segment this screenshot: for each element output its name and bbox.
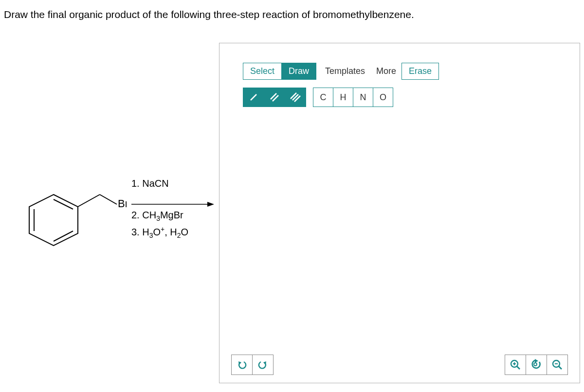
reagent-1: 1. NaCN: [131, 178, 188, 189]
editor-toolbar-bottom: [219, 353, 580, 377]
drawing-canvas[interactable]: [219, 121, 580, 353]
reagent-3-sub2: 2: [177, 232, 181, 239]
double-bond-button[interactable]: [264, 88, 285, 107]
reagent-2: 2. CH3MgBr: [131, 210, 188, 222]
svg-line-1: [54, 199, 73, 209]
zoom-out-icon: [551, 359, 563, 371]
reagent-3-sup: +: [161, 225, 164, 233]
editor-toolbar-tools: C H N O: [219, 85, 580, 114]
svg-line-8: [251, 94, 256, 100]
svg-point-21: [534, 363, 537, 366]
zoom-in-icon: [510, 359, 521, 371]
reagents-list: 1. NaCN 2. CH3MgBr 3. H3O+, H2O: [131, 175, 188, 242]
svg-line-23: [559, 366, 562, 369]
history-group: [231, 355, 274, 375]
double-bond-icon: [269, 92, 280, 102]
triple-bond-icon: [290, 92, 301, 102]
svg-marker-20: [535, 359, 538, 363]
svg-marker-0: [29, 195, 78, 246]
question-text: Draw the final organic product of the fo…: [4, 9, 414, 20]
reset-zoom-button[interactable]: [526, 355, 547, 375]
zoom-out-button[interactable]: [547, 355, 568, 375]
nitrogen-button[interactable]: N: [353, 88, 373, 107]
reagent-3-a: 3. H: [131, 227, 149, 237]
redo-button[interactable]: [252, 355, 274, 375]
structure-editor: Select Draw Templates More Erase: [219, 43, 580, 383]
undo-icon: [237, 359, 247, 370]
reagent-2-text: 2. CH: [131, 210, 156, 220]
zoom-group: [505, 355, 568, 375]
reagent-2-sub: 3: [156, 214, 160, 222]
benzyl-bromide-structure: Br: [24, 180, 127, 258]
svg-line-4: [78, 195, 100, 207]
reagent-3-c: , H: [164, 227, 177, 237]
reagent-3-d: O: [181, 227, 189, 237]
triple-bond-button[interactable]: [285, 88, 306, 107]
svg-line-17: [517, 366, 520, 369]
draw-button[interactable]: Draw: [281, 63, 316, 80]
zoom-in-button[interactable]: [505, 355, 526, 375]
undo-button[interactable]: [231, 355, 253, 375]
reset-zoom-icon: [530, 359, 543, 371]
single-bond-icon: [249, 92, 258, 102]
templates-button[interactable]: Templates: [319, 63, 371, 79]
bond-group: [243, 88, 306, 107]
svg-line-2: [54, 231, 73, 241]
more-button[interactable]: More: [370, 63, 402, 79]
svg-line-5: [100, 195, 117, 204]
br-label: Br: [118, 197, 127, 210]
reaction-scheme: Br: [24, 180, 219, 258]
reagent-3-b: O: [153, 227, 161, 237]
carbon-button[interactable]: C: [313, 88, 333, 107]
oxygen-button[interactable]: O: [373, 88, 393, 107]
svg-marker-15: [263, 361, 266, 365]
redo-icon: [257, 359, 268, 370]
select-button[interactable]: Select: [243, 63, 282, 80]
reagent-3: 3. H3O+, H2O: [131, 225, 188, 239]
svg-marker-14: [238, 361, 241, 365]
editor-toolbar-main: Select Draw Templates More Erase: [219, 43, 580, 85]
erase-button[interactable]: Erase: [402, 63, 439, 80]
reagent-2-rest: MgBr: [160, 210, 183, 220]
hydrogen-button[interactable]: H: [333, 88, 353, 107]
element-group: C H N O: [313, 88, 393, 107]
single-bond-button[interactable]: [243, 88, 264, 107]
svg-marker-7: [207, 202, 214, 207]
